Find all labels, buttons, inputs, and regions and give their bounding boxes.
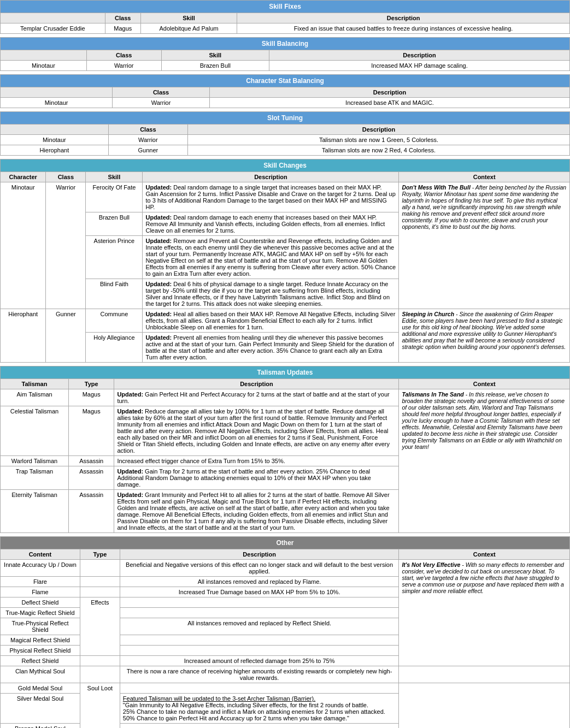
other-silver-desc: Featured Talisman will be updated to the… (120, 694, 399, 724)
other-flare: Flare (1, 577, 80, 587)
other-tphys-desc: All instances removed and replaced by Re… (120, 618, 399, 635)
other-innate-type (80, 560, 120, 577)
tu-type-header: Type (69, 379, 114, 389)
skill-fixes-header: Skill Fixes (1, 1, 570, 13)
st-char-header (1, 125, 109, 135)
other-deflect-desc (120, 597, 399, 608)
sf-class-header: Class (105, 13, 140, 23)
st-class: Warrior (108, 135, 187, 145)
tu-aim: Aim Talisman (1, 389, 69, 406)
sb-skill: Brazen Bull (161, 61, 269, 71)
tu-context-header: Context (399, 379, 570, 389)
tu-celestial: Celestial Talisman (1, 406, 69, 456)
other-reflect-desc: Increased amount of reflected damage fro… (120, 656, 399, 666)
other-tmagic-desc (120, 608, 399, 618)
sf-skill-header: Skill (140, 13, 237, 23)
sc-skill-holy: Holy Allegiance (86, 333, 143, 363)
other-header: Other (1, 537, 570, 549)
other-soul-loot-type: Soul Loot (80, 683, 120, 729)
table-row: Minotaur Warrior Ferocity Of Fate Update… (1, 182, 570, 212)
skill-balancing-header: Skill Balancing (1, 38, 570, 50)
tu-trap-desc: Updated: Gain Trap for 2 turns at the st… (114, 466, 399, 490)
st-class: Gunner (108, 145, 187, 156)
tu-desc-header: Description (114, 379, 399, 389)
sc-char-header: Character (1, 172, 46, 182)
other-soul-context (399, 683, 570, 729)
other-flame-type (80, 587, 120, 597)
other-clan-desc: There is now a rare chance of receiving … (120, 666, 399, 683)
tu-context: Talismans In The Sand - In this release,… (399, 389, 570, 533)
sf-desc-header: Description (237, 13, 570, 23)
other-reflect: Reflect Shield (1, 656, 80, 666)
other-tphys: True-Physical Reflect Shield (1, 618, 80, 635)
sc-skill-ferocity: Ferocity Of Fate (86, 182, 143, 212)
table-row: Hierophant Gunner Commune Updated: Heal … (1, 309, 570, 333)
other-flame-desc: Increased True Damage based on MAX HP fr… (120, 587, 399, 597)
char-stat-balancing-table: Character Stat Balancing Class Descripti… (0, 74, 570, 108)
tu-warlord: Warlord Talisman (1, 456, 69, 466)
tu-aim-desc: Updated: Gain Perfect Hit and Perfect Ac… (114, 389, 399, 406)
other-silver-medal: Silver Medal Soul (1, 694, 80, 724)
sc-header: Skill Changes (1, 159, 570, 172)
sb-class: Warrior (86, 61, 161, 71)
sc-context-hierophant: Sleeping in Church - Since the awakening… (399, 309, 570, 363)
other-flame: Flame (1, 587, 80, 597)
sc-class-gunner: Gunner (46, 309, 86, 363)
sb-char-header (1, 50, 87, 61)
csb-desc: Increased base ATK and MAGIC. (210, 98, 570, 108)
st-desc-header: Description (188, 125, 570, 135)
sc-class-warrior: Warrior (46, 182, 86, 309)
slot-tuning-table: Slot Tuning Class Description Minotaur W… (0, 111, 570, 156)
skill-changes-table: Skill Changes Character Class Skill Desc… (0, 159, 570, 363)
other-desc-header: Description (120, 549, 399, 560)
other-magic-reflect-desc (120, 635, 399, 646)
tu-celestial-desc: Updated: Reduce damage all allies take b… (114, 406, 399, 456)
table-row: Gold Medal Soul Soul Loot (1, 683, 570, 694)
other-tmagic: True-Magic Reflect Shield (1, 608, 80, 618)
other-deflect: Deflect Shield (1, 597, 80, 608)
table-row: Innate Accuracy Up / Down Beneficial and… (1, 560, 570, 577)
other-phys-reflect-desc (120, 646, 399, 656)
skill-fixes-table: Skill Fixes Class Skill Description Temp… (0, 0, 570, 34)
sc-skill-header: Skill (86, 172, 143, 182)
sc-char-minotaur: Minotaur (1, 182, 46, 309)
table-row: Templar Crusader Eddie Magus Adolebitque… (1, 23, 570, 34)
table-row: Minotaur Warrior Increased base ATK and … (1, 98, 570, 108)
other-reflect-type (80, 656, 120, 666)
tu-eternity-desc: Updated: Grant Immunity and Perfect Hit … (114, 490, 399, 533)
sf-char-header (1, 13, 105, 23)
csb-class: Warrior (113, 98, 210, 108)
sb-desc: Increased MAX HP damage scaling. (269, 61, 569, 71)
tu-eternity: Eternity Talisman (1, 490, 69, 533)
other-flare-desc: All instances removed and replaced by Fl… (120, 577, 399, 587)
tu-celestial-type: Magus (69, 406, 114, 456)
table-row: Minotaur Warrior Brazen Bull Increased M… (1, 61, 570, 71)
sc-skill-asterion: Asterion Prince (86, 236, 143, 279)
other-content-header: Content (1, 549, 80, 560)
sc-desc-ferocity: Updated: Deal random damage to a single … (143, 182, 399, 212)
sf-class: Magus (105, 23, 140, 34)
other-table: Other Content Type Description Context I… (0, 536, 570, 728)
other-effects-type: Effects (80, 597, 120, 656)
st-desc: Talisman slots are now 2 Red, 4 Colorles… (188, 145, 570, 156)
other-clan-type (80, 666, 120, 683)
sc-context-header: Context (399, 172, 570, 182)
csb-char-header (1, 87, 113, 98)
sf-char: Templar Crusader Eddie (1, 23, 105, 34)
tu-header: Talisman Updates (1, 366, 570, 379)
st-char: Minotaur (1, 135, 109, 145)
sf-skill: Adolebitque Ad Palum (140, 23, 237, 34)
other-innate-desc: Beneficial and Negative versions of this… (120, 560, 399, 577)
other-magic-reflect: Magical Reflect Shield (1, 635, 80, 646)
tu-warlord-desc: Increased effect trigger chance of Extra… (114, 456, 399, 466)
skill-balancing-table: Skill Balancing Class Skill Description … (0, 37, 570, 71)
other-bronze-medal: Bronze Medal Soul (1, 724, 80, 729)
tu-trap: Trap Talisman (1, 466, 69, 490)
sc-context-minotaur: Don't Mess With The Bull - After being b… (399, 182, 570, 309)
csb-char: Minotaur (1, 98, 113, 108)
other-phys-reflect: Physical Reflect Shield (1, 646, 80, 656)
tu-eternity-type: Assassin (69, 490, 114, 533)
sf-desc: Fixed an issue that caused battles to fr… (237, 23, 570, 34)
tu-aim-type: Magus (69, 389, 114, 406)
tu-talisman-header: Talisman (1, 379, 69, 389)
